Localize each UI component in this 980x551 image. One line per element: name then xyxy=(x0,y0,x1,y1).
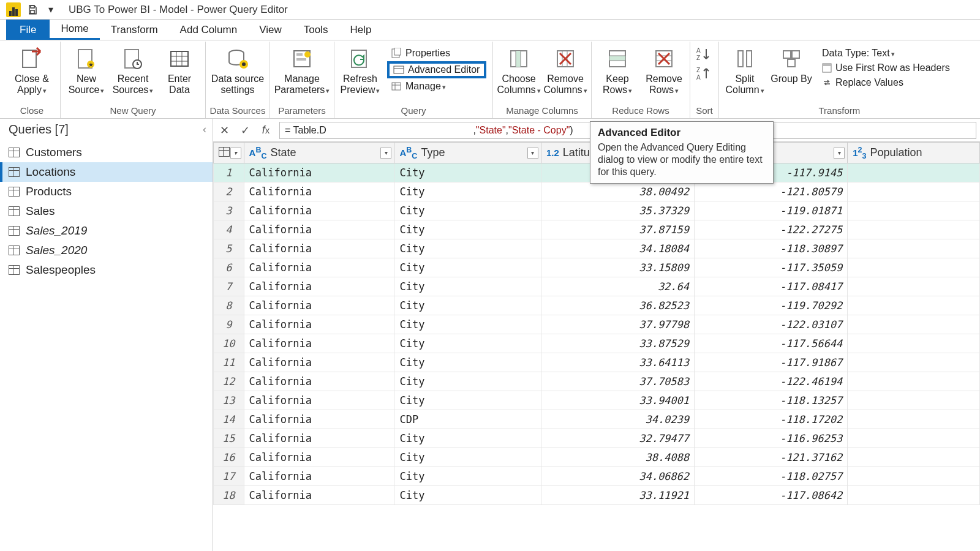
tab-tools[interactable]: Tools xyxy=(293,20,339,40)
cell-longitude[interactable]: -119.70292 xyxy=(695,296,848,315)
tab-transform[interactable]: Transform xyxy=(100,20,169,40)
cancel-formula-button[interactable]: ✕ xyxy=(217,123,232,138)
choose-columns-button[interactable]: Choose Columns xyxy=(497,44,541,97)
query-item[interactable]: Sales xyxy=(0,201,213,221)
replace-values-button[interactable]: Replace Values xyxy=(818,76,954,89)
tab-view[interactable]: View xyxy=(248,20,293,40)
cell-state[interactable]: California xyxy=(244,315,394,334)
cell-type[interactable]: City xyxy=(394,486,541,505)
first-row-headers-button[interactable]: Use First Row as Headers xyxy=(818,61,954,75)
col-filter-state[interactable]: ▾ xyxy=(380,148,391,159)
cell-state[interactable]: California xyxy=(244,182,394,201)
cell-population[interactable] xyxy=(848,163,980,182)
cell-state[interactable]: California xyxy=(244,239,394,258)
manage-parameters-button[interactable]: Manage Parameters xyxy=(274,44,330,97)
remove-rows-button[interactable]: Remove Rows xyxy=(642,44,686,97)
cell-longitude[interactable]: -118.17202 xyxy=(695,410,848,429)
col-filter-lon[interactable]: ▾ xyxy=(834,148,845,159)
table-row[interactable]: 18CaliforniaCity33.11921-117.08642 xyxy=(214,486,980,505)
table-row[interactable]: 14CaliforniaCDP34.0239-118.17202 xyxy=(214,410,980,429)
table-row[interactable]: 6CaliforniaCity33.15809-117.35059 xyxy=(214,258,980,277)
cell-state[interactable]: California xyxy=(244,391,394,410)
row-number[interactable]: 10 xyxy=(214,334,244,353)
cell-state[interactable]: California xyxy=(244,410,394,429)
table-row[interactable]: 5CaliforniaCity34.18084-118.30897 xyxy=(214,239,980,258)
query-item[interactable]: Sales_2020 xyxy=(0,241,213,260)
cell-longitude[interactable]: -122.03107 xyxy=(695,315,848,334)
cell-latitude[interactable]: 33.64113 xyxy=(541,353,694,372)
row-number[interactable]: 12 xyxy=(214,372,244,391)
table-row[interactable]: 3CaliforniaCity35.37329-119.01871 xyxy=(214,201,980,220)
cell-state[interactable]: California xyxy=(244,258,394,277)
cell-population[interactable] xyxy=(848,353,980,372)
query-item[interactable]: Customers xyxy=(0,143,213,162)
tab-help[interactable]: Help xyxy=(339,20,382,40)
cell-latitude[interactable]: 38.00492 xyxy=(541,182,694,201)
cell-longitude[interactable]: -122.46194 xyxy=(695,372,848,391)
advanced-editor-button[interactable]: Advanced Editor xyxy=(387,61,486,78)
recent-sources-button[interactable]: Recent Sources xyxy=(111,44,155,97)
cell-type[interactable]: City xyxy=(394,277,541,296)
cell-longitude[interactable]: -117.08642 xyxy=(695,486,848,505)
group-by-button[interactable]: Group By xyxy=(769,44,813,87)
cell-population[interactable] xyxy=(848,201,980,220)
cell-state[interactable]: California xyxy=(244,467,394,486)
cell-type[interactable]: City xyxy=(394,353,541,372)
row-number[interactable]: 17 xyxy=(214,467,244,486)
col-header-state[interactable]: ABCState▾ xyxy=(244,143,394,163)
row-number[interactable]: 8 xyxy=(214,296,244,315)
table-row[interactable]: 11CaliforniaCity33.64113-117.91867 xyxy=(214,353,980,372)
cell-longitude[interactable]: -119.01871 xyxy=(695,201,848,220)
cell-latitude[interactable]: 32.79477 xyxy=(541,429,694,448)
cell-state[interactable]: California xyxy=(244,220,394,239)
confirm-formula-button[interactable]: ✓ xyxy=(238,123,252,138)
cell-state[interactable]: California xyxy=(244,372,394,391)
row-number[interactable]: 13 xyxy=(214,391,244,410)
cell-state[interactable]: California xyxy=(244,486,394,505)
cell-latitude[interactable]: 38.4088 xyxy=(541,448,694,467)
cell-latitude[interactable]: 35.37329 xyxy=(541,201,694,220)
cell-type[interactable]: City xyxy=(394,239,541,258)
query-item[interactable]: Sales_2019 xyxy=(0,221,213,241)
cell-longitude[interactable]: -117.35059 xyxy=(695,258,848,277)
row-number[interactable]: 16 xyxy=(214,448,244,467)
properties-button[interactable]: Properties xyxy=(387,47,486,60)
manage-query-button[interactable]: Manage xyxy=(387,80,486,93)
cell-state[interactable]: California xyxy=(244,334,394,353)
cell-population[interactable] xyxy=(848,258,980,277)
cell-latitude[interactable]: 37.70583 xyxy=(541,372,694,391)
query-item[interactable]: Locations xyxy=(0,162,213,182)
cell-longitude[interactable]: -121.80579 xyxy=(695,182,848,201)
remove-columns-button[interactable]: Remove Columns xyxy=(543,44,587,97)
cell-type[interactable]: City xyxy=(394,448,541,467)
cell-latitude[interactable]: 34.0239 xyxy=(541,410,694,429)
cell-latitude[interactable]: 37.87159 xyxy=(541,220,694,239)
table-row[interactable]: 2CaliforniaCity38.00492-121.80579 xyxy=(214,182,980,201)
cell-state[interactable]: California xyxy=(244,448,394,467)
cell-state[interactable]: California xyxy=(244,163,394,182)
cell-population[interactable] xyxy=(848,448,980,467)
cell-state[interactable]: California xyxy=(244,296,394,315)
cell-population[interactable] xyxy=(848,429,980,448)
cell-state[interactable]: California xyxy=(244,277,394,296)
query-item[interactable]: Products xyxy=(0,182,213,201)
cell-population[interactable] xyxy=(848,315,980,334)
table-row[interactable]: 8CaliforniaCity36.82523-119.70292 xyxy=(214,296,980,315)
cell-latitude[interactable]: 33.87529 xyxy=(541,334,694,353)
tab-home[interactable]: Home xyxy=(50,20,99,40)
table-row[interactable]: 12CaliforniaCity37.70583-122.46194 xyxy=(214,372,980,391)
cell-population[interactable] xyxy=(848,277,980,296)
cell-population[interactable] xyxy=(848,334,980,353)
cell-longitude[interactable]: -117.91867 xyxy=(695,353,848,372)
cell-longitude[interactable]: -117.56644 xyxy=(695,334,848,353)
data-grid[interactable]: ▾ ABCState▾ ABCType▾ 1.2Latitude▾ 1.2Lon… xyxy=(213,142,980,551)
cell-longitude[interactable]: -118.13257 xyxy=(695,391,848,410)
row-number[interactable]: 18 xyxy=(214,486,244,505)
cell-type[interactable]: City xyxy=(394,220,541,239)
cell-population[interactable] xyxy=(848,391,980,410)
cell-longitude[interactable]: -121.37162 xyxy=(695,448,848,467)
fx-icon[interactable]: fx xyxy=(258,123,273,138)
keep-rows-button[interactable]: Keep Rows xyxy=(595,44,639,97)
cell-longitude[interactable]: -117.08417 xyxy=(695,277,848,296)
table-row[interactable]: 4CaliforniaCity37.87159-122.27275 xyxy=(214,220,980,239)
